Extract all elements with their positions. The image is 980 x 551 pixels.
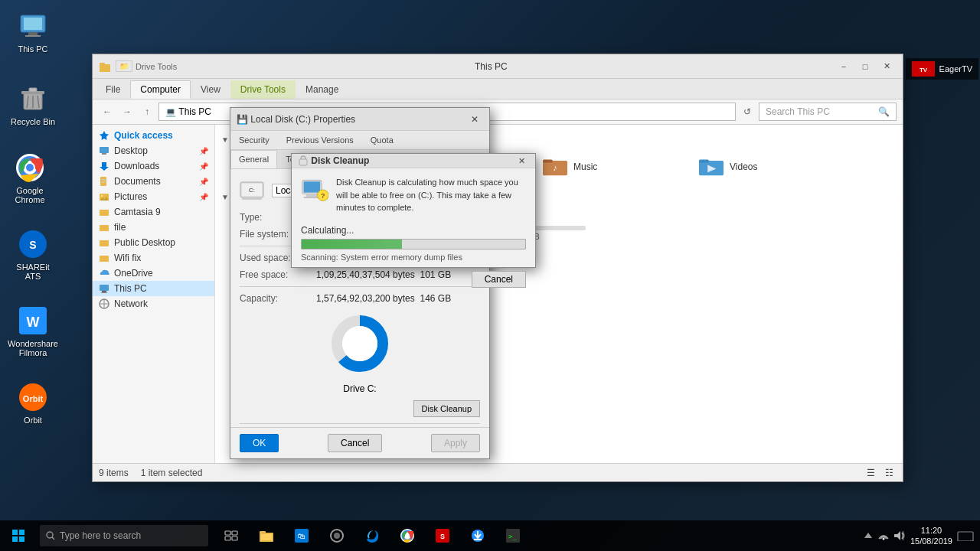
desktop-icon-this-pc[interactable]: This PC bbox=[6, 8, 60, 57]
refresh-button[interactable]: ↺ bbox=[739, 103, 756, 120]
file-icon bbox=[99, 222, 109, 233]
cleanup-close-button[interactable]: ✕ bbox=[514, 154, 529, 168]
folder-music[interactable]: ♪ Music bbox=[534, 152, 687, 182]
svg-rect-29 bbox=[102, 181, 106, 181]
taskbar-security[interactable]: S bbox=[426, 520, 459, 551]
cleanup-icon: ? bbox=[301, 176, 328, 204]
tab-drive-tools[interactable]: Drive Tools bbox=[230, 80, 296, 99]
cortana-icon bbox=[330, 529, 344, 543]
sidebar-item-pictures[interactable]: Pictures 📌 bbox=[93, 189, 214, 204]
documents-pin-icon: 📌 bbox=[199, 178, 208, 186]
taskbar-store[interactable]: 🛍 bbox=[285, 520, 318, 551]
properties-close-button[interactable]: ✕ bbox=[466, 112, 483, 127]
apply-button[interactable]: Apply bbox=[431, 434, 480, 452]
taskbar-file-explorer[interactable] bbox=[250, 520, 283, 551]
tab-general[interactable]: General bbox=[230, 150, 277, 168]
svg-rect-1 bbox=[24, 18, 42, 30]
svg-marker-24 bbox=[100, 131, 109, 140]
taskbar-clock[interactable]: 11:20 15/08/2019 bbox=[910, 525, 952, 547]
sidebar-item-camtasia[interactable]: Camtasia 9 bbox=[93, 204, 214, 220]
forward-button[interactable]: → bbox=[119, 103, 136, 120]
svg-rect-30 bbox=[102, 182, 104, 183]
desktop-icon-shareit[interactable]: S SHAREit ATS bbox=[6, 226, 60, 284]
network-tray-icon[interactable] bbox=[878, 531, 889, 540]
cleanup-computer-icon: ? bbox=[301, 174, 328, 205]
sidebar-item-quick-access[interactable]: Quick access bbox=[93, 128, 214, 143]
taskbar-search[interactable]: Type here to search bbox=[40, 525, 208, 546]
volume-tray-icon[interactable] bbox=[893, 530, 906, 541]
tab-computer[interactable]: Computer bbox=[130, 80, 191, 99]
list-view-button[interactable]: ☰ bbox=[863, 465, 878, 481]
tab-previous-versions[interactable]: Previous Versions bbox=[278, 131, 362, 149]
svg-marker-108 bbox=[894, 531, 900, 540]
svg-point-83 bbox=[47, 532, 53, 538]
ok-button[interactable]: OK bbox=[240, 434, 279, 452]
taskbar-download-manager[interactable] bbox=[461, 520, 495, 551]
sidebar-item-downloads[interactable]: Downloads 📌 bbox=[93, 158, 214, 174]
sidebar-item-onedrive[interactable]: OneDrive bbox=[93, 266, 214, 281]
desktop-icon-chrome[interactable]: Google Chrome bbox=[3, 149, 57, 207]
svg-point-13 bbox=[26, 164, 34, 171]
progress-bar bbox=[301, 239, 526, 249]
svg-rect-68 bbox=[242, 197, 262, 200]
svg-text:Orbit: Orbit bbox=[23, 394, 44, 403]
minimize-button[interactable]: − bbox=[834, 58, 854, 75]
task-view-icon bbox=[224, 530, 238, 541]
sidebar-item-public-desktop[interactable]: Public Desktop bbox=[93, 235, 214, 250]
up-button[interactable]: ↑ bbox=[139, 103, 155, 120]
cleanup-title-label: Disk Cleanup bbox=[311, 155, 514, 166]
taskbar-cortana[interactable] bbox=[320, 520, 354, 551]
close-button[interactable]: ✕ bbox=[877, 58, 897, 75]
sidebar-item-this-pc[interactable]: This PC bbox=[93, 281, 214, 296]
sidebar-item-documents[interactable]: Documents 📌 bbox=[93, 174, 214, 189]
tab-file[interactable]: File bbox=[96, 80, 130, 99]
tray-up-icon[interactable] bbox=[863, 530, 874, 541]
tab-quota[interactable]: Quota bbox=[362, 131, 402, 149]
folder-videos[interactable]: Videos bbox=[690, 152, 843, 182]
desktop-icon-orbit[interactable]: Orbit Orbit bbox=[6, 379, 60, 428]
sidebar-item-wifi-fix[interactable]: Wifi fix bbox=[93, 250, 214, 266]
desktop-icon-wondershare[interactable]: W Wondershare Filmora bbox=[6, 302, 60, 360]
public-desktop-icon bbox=[99, 237, 109, 248]
cleanup-cancel-area: Cancel bbox=[292, 268, 535, 294]
detail-view-button[interactable]: ☷ bbox=[881, 465, 897, 481]
disk-cleanup-button[interactable]: Disk Cleanup bbox=[413, 400, 480, 417]
svg-rect-79 bbox=[12, 530, 18, 535]
taskbar-task-view[interactable] bbox=[214, 520, 248, 551]
onedrive-icon bbox=[99, 268, 109, 279]
taskbar-edge[interactable] bbox=[355, 520, 389, 551]
taskbar-terminal[interactable]: >_ bbox=[496, 520, 530, 551]
documents-sidebar-icon bbox=[99, 176, 109, 187]
svg-text:C:: C: bbox=[249, 187, 255, 194]
calculating-label: Calculating... bbox=[301, 225, 526, 236]
tab-manage[interactable]: Manage bbox=[296, 80, 348, 99]
sidebar-item-desktop[interactable]: Desktop 📌 bbox=[93, 143, 214, 158]
tab-security[interactable]: Security bbox=[230, 131, 278, 149]
this-pc-sidebar-label: This PC bbox=[114, 283, 147, 294]
folder-music-icon: ♪ bbox=[543, 156, 567, 178]
notification-icon[interactable] bbox=[957, 530, 974, 541]
taskbar-chrome[interactable] bbox=[390, 520, 424, 551]
folder-music-label: Music bbox=[573, 161, 597, 172]
svg-rect-34 bbox=[100, 210, 109, 216]
sidebar-item-network[interactable]: Network bbox=[93, 296, 214, 311]
tab-view[interactable]: View bbox=[191, 80, 230, 99]
svg-rect-80 bbox=[19, 530, 24, 535]
maximize-button[interactable]: □ bbox=[855, 58, 875, 75]
items-count: 9 items bbox=[99, 468, 129, 478]
svg-point-98 bbox=[405, 533, 410, 538]
svg-rect-28 bbox=[102, 179, 106, 180]
svg-rect-40 bbox=[101, 292, 107, 293]
sidebar-item-file[interactable]: file bbox=[93, 220, 214, 235]
desktop-icon-recycle-bin[interactable]: Recycle Bin bbox=[6, 80, 60, 129]
svg-rect-25 bbox=[100, 147, 109, 153]
ribbon: File Computer View Drive Tools Manage bbox=[93, 79, 903, 99]
quick-access-toolbar[interactable]: 📁 bbox=[116, 60, 132, 72]
network-icon bbox=[99, 298, 109, 309]
search-input[interactable]: Search This PC 🔍 bbox=[759, 103, 897, 121]
cleanup-cancel-button[interactable]: Cancel bbox=[472, 271, 526, 288]
start-button[interactable] bbox=[0, 520, 37, 551]
cancel-button[interactable]: Cancel bbox=[328, 434, 382, 452]
folders-chevron: ▼ bbox=[221, 135, 229, 144]
back-button[interactable]: ← bbox=[99, 103, 116, 120]
